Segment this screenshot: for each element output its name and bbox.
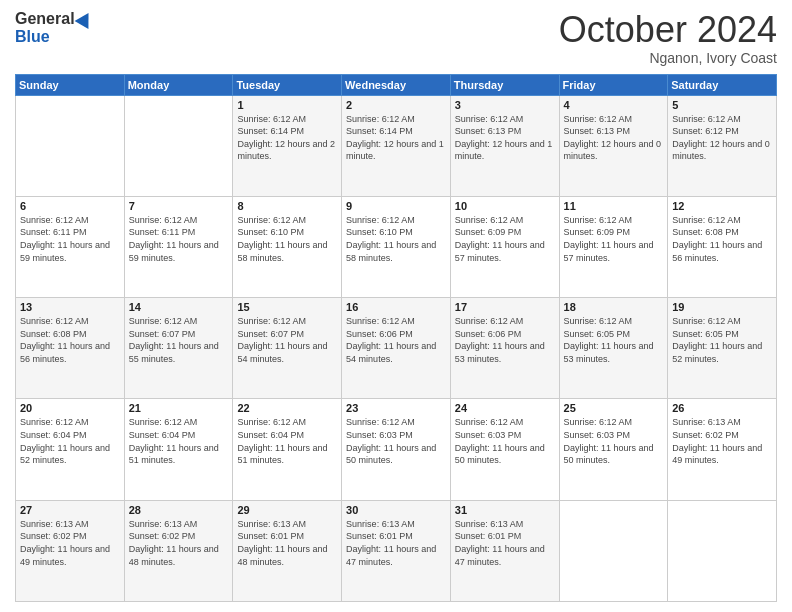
day-info: Sunrise: 6:12 AM Sunset: 6:09 PM Dayligh… <box>564 214 664 264</box>
day-info: Sunrise: 6:12 AM Sunset: 6:12 PM Dayligh… <box>672 113 772 163</box>
day-number: 2 <box>346 99 446 111</box>
day-number: 27 <box>20 504 120 516</box>
day-info: Sunrise: 6:13 AM Sunset: 6:02 PM Dayligh… <box>672 416 772 466</box>
day-info: Sunrise: 6:12 AM Sunset: 6:07 PM Dayligh… <box>237 315 337 365</box>
table-row: 21Sunrise: 6:12 AM Sunset: 6:04 PM Dayli… <box>124 399 233 500</box>
day-info: Sunrise: 6:12 AM Sunset: 6:09 PM Dayligh… <box>455 214 555 264</box>
day-number: 16 <box>346 301 446 313</box>
table-row: 9Sunrise: 6:12 AM Sunset: 6:10 PM Daylig… <box>342 196 451 297</box>
table-row: 8Sunrise: 6:12 AM Sunset: 6:10 PM Daylig… <box>233 196 342 297</box>
day-number: 6 <box>20 200 120 212</box>
table-row: 18Sunrise: 6:12 AM Sunset: 6:05 PM Dayli… <box>559 298 668 399</box>
calendar-week-row: 1Sunrise: 6:12 AM Sunset: 6:14 PM Daylig… <box>16 95 777 196</box>
table-row <box>16 95 125 196</box>
day-number: 17 <box>455 301 555 313</box>
table-row: 20Sunrise: 6:12 AM Sunset: 6:04 PM Dayli… <box>16 399 125 500</box>
day-info: Sunrise: 6:12 AM Sunset: 6:06 PM Dayligh… <box>455 315 555 365</box>
day-number: 20 <box>20 402 120 414</box>
day-number: 18 <box>564 301 664 313</box>
table-row: 17Sunrise: 6:12 AM Sunset: 6:06 PM Dayli… <box>450 298 559 399</box>
table-row: 25Sunrise: 6:12 AM Sunset: 6:03 PM Dayli… <box>559 399 668 500</box>
table-row: 2Sunrise: 6:12 AM Sunset: 6:14 PM Daylig… <box>342 95 451 196</box>
table-row: 22Sunrise: 6:12 AM Sunset: 6:04 PM Dayli… <box>233 399 342 500</box>
table-row: 19Sunrise: 6:12 AM Sunset: 6:05 PM Dayli… <box>668 298 777 399</box>
day-number: 7 <box>129 200 229 212</box>
day-number: 9 <box>346 200 446 212</box>
day-number: 1 <box>237 99 337 111</box>
day-number: 15 <box>237 301 337 313</box>
calendar-week-row: 6Sunrise: 6:12 AM Sunset: 6:11 PM Daylig… <box>16 196 777 297</box>
calendar-week-row: 27Sunrise: 6:13 AM Sunset: 6:02 PM Dayli… <box>16 500 777 601</box>
day-number: 13 <box>20 301 120 313</box>
table-row: 29Sunrise: 6:13 AM Sunset: 6:01 PM Dayli… <box>233 500 342 601</box>
day-number: 26 <box>672 402 772 414</box>
day-number: 4 <box>564 99 664 111</box>
day-info: Sunrise: 6:12 AM Sunset: 6:13 PM Dayligh… <box>455 113 555 163</box>
day-info: Sunrise: 6:13 AM Sunset: 6:01 PM Dayligh… <box>455 518 555 568</box>
day-info: Sunrise: 6:13 AM Sunset: 6:01 PM Dayligh… <box>237 518 337 568</box>
day-info: Sunrise: 6:12 AM Sunset: 6:14 PM Dayligh… <box>237 113 337 163</box>
table-row: 28Sunrise: 6:13 AM Sunset: 6:02 PM Dayli… <box>124 500 233 601</box>
table-row: 6Sunrise: 6:12 AM Sunset: 6:11 PM Daylig… <box>16 196 125 297</box>
day-number: 10 <box>455 200 555 212</box>
day-info: Sunrise: 6:12 AM Sunset: 6:04 PM Dayligh… <box>237 416 337 466</box>
day-info: Sunrise: 6:12 AM Sunset: 6:08 PM Dayligh… <box>672 214 772 264</box>
day-info: Sunrise: 6:12 AM Sunset: 6:14 PM Dayligh… <box>346 113 446 163</box>
day-info: Sunrise: 6:13 AM Sunset: 6:02 PM Dayligh… <box>129 518 229 568</box>
calendar-week-row: 13Sunrise: 6:12 AM Sunset: 6:08 PM Dayli… <box>16 298 777 399</box>
table-row: 14Sunrise: 6:12 AM Sunset: 6:07 PM Dayli… <box>124 298 233 399</box>
day-number: 8 <box>237 200 337 212</box>
calendar-title: October 2024 <box>559 10 777 50</box>
calendar-header-row: Sunday Monday Tuesday Wednesday Thursday… <box>16 74 777 95</box>
day-info: Sunrise: 6:12 AM Sunset: 6:03 PM Dayligh… <box>455 416 555 466</box>
day-info: Sunrise: 6:12 AM Sunset: 6:13 PM Dayligh… <box>564 113 664 163</box>
day-info: Sunrise: 6:12 AM Sunset: 6:08 PM Dayligh… <box>20 315 120 365</box>
day-number: 3 <box>455 99 555 111</box>
day-info: Sunrise: 6:12 AM Sunset: 6:03 PM Dayligh… <box>564 416 664 466</box>
table-row: 15Sunrise: 6:12 AM Sunset: 6:07 PM Dayli… <box>233 298 342 399</box>
day-info: Sunrise: 6:12 AM Sunset: 6:05 PM Dayligh… <box>564 315 664 365</box>
table-row <box>668 500 777 601</box>
table-row: 1Sunrise: 6:12 AM Sunset: 6:14 PM Daylig… <box>233 95 342 196</box>
day-info: Sunrise: 6:12 AM Sunset: 6:07 PM Dayligh… <box>129 315 229 365</box>
day-number: 21 <box>129 402 229 414</box>
logo-triangle-icon <box>74 9 95 29</box>
col-monday: Monday <box>124 74 233 95</box>
table-row: 16Sunrise: 6:12 AM Sunset: 6:06 PM Dayli… <box>342 298 451 399</box>
day-number: 24 <box>455 402 555 414</box>
day-info: Sunrise: 6:12 AM Sunset: 6:05 PM Dayligh… <box>672 315 772 365</box>
table-row: 30Sunrise: 6:13 AM Sunset: 6:01 PM Dayli… <box>342 500 451 601</box>
calendar-table: Sunday Monday Tuesday Wednesday Thursday… <box>15 74 777 602</box>
day-number: 30 <box>346 504 446 516</box>
table-row <box>559 500 668 601</box>
table-row: 12Sunrise: 6:12 AM Sunset: 6:08 PM Dayli… <box>668 196 777 297</box>
day-info: Sunrise: 6:12 AM Sunset: 6:04 PM Dayligh… <box>20 416 120 466</box>
table-row: 26Sunrise: 6:13 AM Sunset: 6:02 PM Dayli… <box>668 399 777 500</box>
page: General Blue October 2024 Nganon, Ivory … <box>0 0 792 612</box>
table-row: 10Sunrise: 6:12 AM Sunset: 6:09 PM Dayli… <box>450 196 559 297</box>
day-info: Sunrise: 6:12 AM Sunset: 6:11 PM Dayligh… <box>20 214 120 264</box>
logo-blue-text: Blue <box>15 28 50 45</box>
table-row: 11Sunrise: 6:12 AM Sunset: 6:09 PM Dayli… <box>559 196 668 297</box>
table-row: 5Sunrise: 6:12 AM Sunset: 6:12 PM Daylig… <box>668 95 777 196</box>
day-number: 28 <box>129 504 229 516</box>
col-sunday: Sunday <box>16 74 125 95</box>
table-row: 27Sunrise: 6:13 AM Sunset: 6:02 PM Dayli… <box>16 500 125 601</box>
day-number: 14 <box>129 301 229 313</box>
day-number: 29 <box>237 504 337 516</box>
header: General Blue October 2024 Nganon, Ivory … <box>15 10 777 66</box>
table-row: 7Sunrise: 6:12 AM Sunset: 6:11 PM Daylig… <box>124 196 233 297</box>
col-tuesday: Tuesday <box>233 74 342 95</box>
day-info: Sunrise: 6:12 AM Sunset: 6:11 PM Dayligh… <box>129 214 229 264</box>
table-row <box>124 95 233 196</box>
day-number: 19 <box>672 301 772 313</box>
col-friday: Friday <box>559 74 668 95</box>
day-info: Sunrise: 6:13 AM Sunset: 6:02 PM Dayligh… <box>20 518 120 568</box>
col-saturday: Saturday <box>668 74 777 95</box>
day-info: Sunrise: 6:12 AM Sunset: 6:10 PM Dayligh… <box>346 214 446 264</box>
day-info: Sunrise: 6:12 AM Sunset: 6:03 PM Dayligh… <box>346 416 446 466</box>
calendar-location: Nganon, Ivory Coast <box>559 50 777 66</box>
day-number: 25 <box>564 402 664 414</box>
day-info: Sunrise: 6:12 AM Sunset: 6:10 PM Dayligh… <box>237 214 337 264</box>
day-info: Sunrise: 6:13 AM Sunset: 6:01 PM Dayligh… <box>346 518 446 568</box>
